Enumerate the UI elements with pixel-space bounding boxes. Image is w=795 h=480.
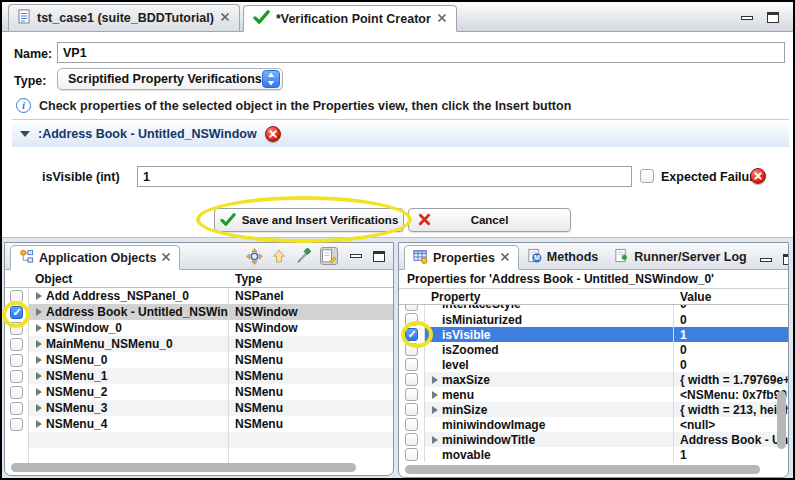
tab-properties[interactable]: Properties — [404, 245, 519, 270]
maximize-icon[interactable] — [783, 254, 789, 265]
snapshot-toggle-icon[interactable] — [320, 247, 338, 265]
isvisible-input[interactable] — [137, 166, 632, 187]
application-objects-icon — [19, 249, 34, 267]
row-checkbox[interactable] — [10, 322, 23, 335]
column-type: Type — [229, 272, 393, 286]
name-input[interactable] — [57, 42, 785, 63]
empty-row — [5, 448, 393, 464]
table-row-clipped[interactable]: interfaceStyle 0 — [399, 305, 788, 312]
row-checkbox[interactable] — [405, 418, 418, 431]
expected-failure-checkbox[interactable] — [640, 169, 654, 183]
expand-arrow-icon[interactable] — [432, 391, 438, 399]
expand-arrow-icon[interactable] — [36, 292, 42, 300]
remove-section-icon[interactable] — [265, 126, 281, 142]
minimize-icon[interactable] — [741, 16, 753, 20]
editor-tabbar: tst_case1 (suite_BDDTutorial) *Verificat… — [2, 2, 793, 32]
section-header[interactable]: :Address Book - Untitled_NSWindow — [12, 120, 789, 147]
row-checkbox[interactable] — [405, 388, 418, 401]
table-row[interactable]: NSMenu_1 NSMenu — [5, 368, 393, 384]
table-row[interactable]: isZoomed 0 — [399, 342, 788, 357]
expand-arrow-icon[interactable] — [36, 404, 42, 412]
row-checkbox[interactable] — [10, 354, 23, 367]
up-arrow-icon[interactable] — [270, 247, 288, 265]
horizontal-scrollbar[interactable] — [11, 463, 356, 472]
info-icon: i — [16, 98, 31, 113]
cancel-button[interactable]: Cancel — [408, 208, 571, 232]
row-checkbox[interactable] — [10, 418, 23, 431]
type-dropdown[interactable]: Scriptified Property Verifications — [57, 68, 283, 90]
remove-verification-icon[interactable] — [750, 168, 766, 184]
expand-arrow-icon[interactable] — [432, 406, 438, 414]
expand-arrow-icon[interactable] — [36, 324, 42, 332]
expand-arrow-icon[interactable] — [432, 436, 438, 444]
table-row[interactable]: MainMenu_NSMenu_0 NSMenu — [5, 336, 393, 352]
table-row[interactable]: movable 1 — [399, 447, 788, 462]
tab-application-objects[interactable]: Application Objects — [10, 245, 180, 270]
expand-arrow-icon[interactable] — [432, 376, 438, 384]
table-row-selected[interactable]: Address Book - Untitled_NSWind... NSWind… — [5, 304, 393, 320]
maximize-icon[interactable] — [373, 251, 385, 262]
table-row[interactable]: isMiniaturized 0 — [399, 312, 788, 327]
table-row[interactable]: miniwindowTitle Address Book - Untitled — [399, 432, 788, 447]
close-icon[interactable] — [161, 251, 171, 265]
row-checkbox[interactable] — [405, 358, 418, 371]
expand-arrow-icon[interactable] — [36, 308, 42, 316]
table-row[interactable]: minSize { width = 213, height = 183 } — [399, 402, 788, 417]
row-checkbox[interactable] — [405, 403, 418, 416]
tab-verification-point-creator[interactable]: *Verification Point Creator — [243, 5, 457, 32]
section-title: :Address Book - Untitled_NSWindow — [38, 127, 257, 141]
row-checkbox[interactable] — [405, 448, 418, 461]
expand-arrow-icon[interactable] — [36, 420, 42, 428]
table-row[interactable]: NSMenu_4 NSMenu — [5, 416, 393, 432]
table-row[interactable]: menu <NSMenu: 0x7fb901f05a40>... — [399, 387, 788, 402]
minimize-icon[interactable] — [350, 254, 362, 258]
collapse-triangle-icon[interactable] — [20, 131, 30, 137]
table-row[interactable]: NSMenu_3 NSMenu — [5, 400, 393, 416]
properties-caption: Properties for 'Address Book - Untitled_… — [399, 270, 788, 289]
row-checkbox[interactable] — [405, 305, 418, 311]
table-row[interactable]: maxSize { width = 1.79769e+308, heigh — [399, 372, 788, 387]
maximize-icon[interactable] — [767, 12, 779, 23]
row-checkbox[interactable] — [10, 370, 23, 383]
close-icon[interactable] — [437, 12, 447, 26]
table-row[interactable]: miniwindowImage <null> — [399, 417, 788, 432]
type-dropdown-value: Scriptified Property Verifications — [58, 72, 262, 86]
relocate-icon[interactable] — [245, 247, 263, 265]
table-row[interactable]: NSWindow_0 NSWindow — [5, 320, 393, 336]
expand-arrow-icon[interactable] — [36, 340, 42, 348]
vertical-scrollbar[interactable] — [777, 391, 786, 449]
row-checkbox[interactable] — [10, 338, 23, 351]
tab-tst-case1[interactable]: tst_case1 (suite_BDDTutorial) — [8, 4, 240, 31]
horizontal-scrollbar[interactable] — [405, 465, 760, 474]
verification-section: :Address Book - Untitled_NSWindow isVisi… — [12, 119, 789, 198]
row-checkbox-checked[interactable] — [405, 328, 418, 341]
row-checkbox[interactable] — [10, 386, 23, 399]
table-row-selected[interactable]: isVisible 1 — [399, 327, 788, 342]
save-and-insert-button[interactable]: Save and Insert Verifications — [214, 208, 404, 232]
tab-runner-server-log[interactable]: Runner/Server Log — [606, 244, 755, 269]
table-row[interactable]: NSMenu_0 NSMenu — [5, 352, 393, 368]
table-row[interactable]: level 0 — [399, 357, 788, 372]
close-icon[interactable] — [220, 11, 230, 25]
runner-log-icon — [614, 248, 629, 266]
table-row[interactable]: Add Address_NSPanel_0 NSPanel — [5, 288, 393, 304]
table-row[interactable]: NSMenu_2 NSMenu — [5, 384, 393, 400]
row-checkbox[interactable] — [405, 433, 418, 446]
row-checkbox[interactable] — [10, 402, 23, 415]
row-checkbox[interactable] — [10, 290, 23, 303]
tab-methods[interactable]: M Methods — [519, 244, 606, 269]
row-checkbox-checked[interactable] — [10, 306, 23, 319]
name-label: Name: — [14, 47, 52, 61]
row-checkbox[interactable] — [405, 313, 418, 326]
application-objects-tabbar: Application Objects — [5, 243, 393, 270]
row-checkbox[interactable] — [405, 373, 418, 386]
eyedropper-icon[interactable] — [295, 247, 313, 265]
expand-arrow-icon[interactable] — [36, 356, 42, 364]
row-checkbox[interactable] — [405, 343, 418, 356]
properties-table-icon — [413, 249, 428, 267]
properties-table-header: Property Value — [399, 289, 788, 305]
expand-arrow-icon[interactable] — [36, 388, 42, 396]
minimize-icon[interactable] — [760, 258, 772, 262]
expand-arrow-icon[interactable] — [36, 372, 42, 380]
close-icon[interactable] — [500, 251, 510, 265]
